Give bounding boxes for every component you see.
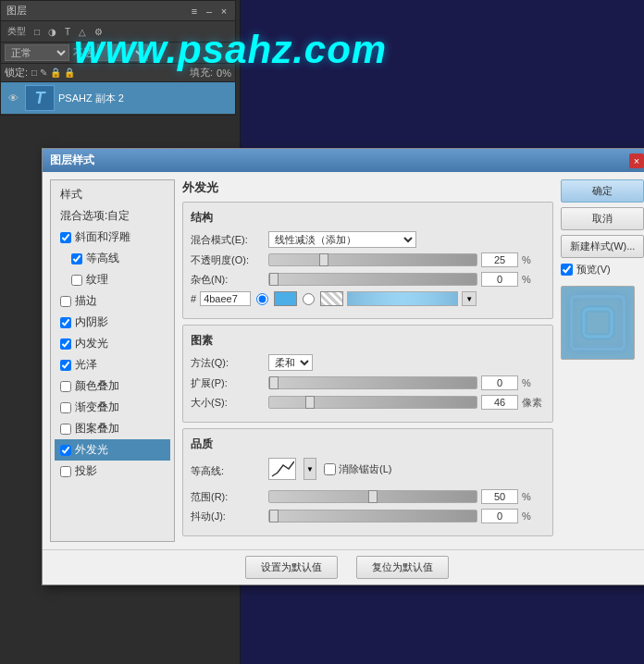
style-label-gradient-overlay: 渐变叠加 bbox=[75, 400, 119, 415]
style-item-inner-shadow[interactable]: 内阴影 bbox=[55, 312, 170, 333]
jitter-input[interactable]: 0 bbox=[481, 509, 518, 523]
layer-item-psahz[interactable]: 👁 T PSAHZ 副本 2 bbox=[1, 82, 235, 115]
spread-label: 扩展(P): bbox=[191, 376, 265, 390]
layer-visibility-icon[interactable]: 👁 bbox=[5, 92, 21, 104]
gradient-color-radio[interactable] bbox=[303, 293, 315, 305]
panel-close-btn[interactable]: × bbox=[218, 6, 229, 17]
range-slider[interactable] bbox=[268, 490, 477, 503]
style-item-texture[interactable]: 纹理 bbox=[55, 269, 170, 290]
solid-color-radio[interactable] bbox=[256, 293, 268, 305]
style-label-stroke: 描边 bbox=[75, 293, 97, 309]
noise-slider[interactable] bbox=[268, 273, 477, 286]
lock-all-icon[interactable]: 🔒 bbox=[50, 68, 61, 78]
range-unit: % bbox=[522, 491, 545, 502]
jitter-slider[interactable] bbox=[268, 510, 477, 523]
jitter-row: 抖动(J): 0 % bbox=[191, 509, 545, 523]
right-panel-buttons: 确定 取消 新建样式(W)... 预览(V) bbox=[561, 179, 644, 542]
style-item-color-overlay[interactable]: 颜色叠加 bbox=[55, 375, 170, 397]
color-gradient-preview[interactable] bbox=[347, 291, 458, 306]
opacity-row: 不透明度(O): 25 % bbox=[191, 252, 545, 267]
pixel-filter-btn[interactable]: □ bbox=[31, 26, 43, 38]
style-item-contour[interactable]: 等高线 bbox=[55, 248, 170, 269]
lock-pixel-icon[interactable]: □ bbox=[31, 68, 37, 78]
noise-input[interactable]: 0 bbox=[481, 272, 518, 287]
method-label: 方法(Q): bbox=[191, 356, 265, 370]
ok-button[interactable]: 确定 bbox=[561, 179, 644, 203]
spread-input[interactable]: 0 bbox=[481, 375, 518, 390]
opacity-slider[interactable] bbox=[268, 253, 477, 266]
blend-mode-label: 混合模式(E): bbox=[191, 233, 265, 247]
blend-mode-select[interactable]: 正常 bbox=[5, 44, 69, 61]
layer-thumbnail: T bbox=[25, 85, 55, 111]
panel-collapse-btn[interactable]: – bbox=[204, 6, 215, 17]
style-item-drop-shadow[interactable]: 投影 bbox=[55, 461, 170, 482]
preview-checkbox[interactable] bbox=[561, 264, 573, 276]
size-slider[interactable] bbox=[268, 396, 477, 409]
outer-glow-checkbox[interactable] bbox=[60, 445, 71, 456]
cancel-button[interactable]: 取消 bbox=[561, 207, 644, 230]
texture-checkbox[interactable] bbox=[71, 275, 82, 286]
elements-section: 图素 方法(Q): 柔和 扩展(P): 0 % bbox=[182, 325, 553, 423]
spread-slider[interactable] bbox=[268, 376, 477, 389]
color-hex-input[interactable]: 4baee7 bbox=[200, 291, 251, 306]
panel-menu-btn[interactable]: ≡ bbox=[189, 6, 200, 17]
stroke-checkbox[interactable] bbox=[60, 296, 71, 307]
styles-list-panel: 样式 混合选项:自定 斜面和浮雕 等高线 纹理 描边 bbox=[50, 179, 175, 542]
method-select[interactable]: 柔和 bbox=[268, 354, 313, 371]
style-item-outer-glow[interactable]: 外发光 bbox=[55, 439, 170, 461]
range-input[interactable]: 50 bbox=[481, 489, 518, 504]
opacity-label: 不透明度(O): bbox=[191, 253, 265, 267]
contour-preview-btn[interactable] bbox=[268, 458, 296, 480]
spread-unit: % bbox=[522, 377, 545, 388]
pattern-overlay-checkbox[interactable] bbox=[60, 424, 71, 435]
set-default-button[interactable]: 设置为默认值 bbox=[245, 556, 338, 579]
drop-shadow-checkbox[interactable] bbox=[60, 466, 71, 477]
spread-row: 扩展(P): 0 % bbox=[191, 375, 545, 390]
color-overlay-checkbox[interactable] bbox=[60, 381, 71, 392]
kind-filter-label: 类型 bbox=[5, 24, 29, 39]
range-row: 范围(R): 50 % bbox=[191, 489, 545, 504]
anti-alias-checkbox[interactable] bbox=[324, 463, 336, 475]
new-style-button[interactable]: 新建样式(W)... bbox=[561, 235, 644, 258]
inner-shadow-checkbox[interactable] bbox=[60, 317, 71, 328]
style-item-inner-glow[interactable]: 内发光 bbox=[55, 333, 170, 354]
style-item-blend-options[interactable]: 混合选项:自定 bbox=[55, 205, 170, 227]
style-item-gradient-overlay[interactable]: 渐变叠加 bbox=[55, 397, 170, 418]
lock-position-icon[interactable]: ✎ bbox=[40, 68, 47, 78]
layer-style-dialog: 图层样式 × 样式 混合选项:自定 斜面和浮雕 等高线 纹理 bbox=[42, 148, 644, 585]
inner-glow-checkbox[interactable] bbox=[60, 338, 71, 350]
color-swatch-blue[interactable] bbox=[274, 291, 297, 306]
dialog-close-button[interactable]: × bbox=[629, 154, 644, 168]
style-label-styles: 样式 bbox=[60, 187, 82, 203]
style-label-bevel: 斜面和浮雕 bbox=[75, 229, 130, 245]
dialog-footer: 设置为默认值 复位为默认值 bbox=[43, 549, 644, 584]
contour-dropdown-btn[interactable]: ▼ bbox=[303, 458, 316, 480]
style-label-texture: 纹理 bbox=[86, 272, 108, 288]
dialog-body: 样式 混合选项:自定 斜面和浮雕 等高线 纹理 描边 bbox=[43, 172, 644, 549]
preview-inner bbox=[570, 295, 625, 350]
satin-checkbox[interactable] bbox=[60, 360, 71, 371]
style-item-pattern-overlay[interactable]: 图案叠加 bbox=[55, 418, 170, 439]
opacity-input[interactable]: 25 bbox=[481, 252, 518, 267]
gradient-dropdown-btn[interactable]: ▼ bbox=[462, 291, 477, 306]
contour-checkbox[interactable] bbox=[71, 253, 82, 264]
adjust-filter-btn[interactable]: ◑ bbox=[45, 26, 59, 38]
opacity-slider-container: 25 % bbox=[268, 252, 545, 267]
size-row: 大小(S): 46 像素 bbox=[191, 395, 545, 410]
bevel-checkbox[interactable] bbox=[60, 232, 71, 243]
dialog-title-text: 图层样式 bbox=[50, 153, 94, 168]
blend-mode-select-dialog[interactable]: 线性减淡（添加） bbox=[268, 231, 416, 248]
style-item-stroke[interactable]: 描边 bbox=[55, 290, 170, 312]
svg-rect-1 bbox=[584, 309, 612, 337]
size-input[interactable]: 46 bbox=[481, 395, 518, 410]
gradient-overlay-checkbox[interactable] bbox=[60, 402, 71, 413]
style-label-outer-glow: 外发光 bbox=[75, 442, 108, 458]
style-item-bevel[interactable]: 斜面和浮雕 bbox=[55, 227, 170, 248]
lock-label: 锁定: bbox=[5, 66, 28, 80]
preview-row: 预览(V) bbox=[561, 263, 644, 277]
layers-title-bar: 图层 ≡ – × bbox=[1, 1, 235, 21]
text-filter-btn[interactable]: T bbox=[62, 26, 73, 38]
reset-default-button[interactable]: 复位为默认值 bbox=[356, 556, 449, 579]
style-item-satin[interactable]: 光泽 bbox=[55, 354, 170, 375]
style-item-styles[interactable]: 样式 bbox=[55, 184, 170, 205]
